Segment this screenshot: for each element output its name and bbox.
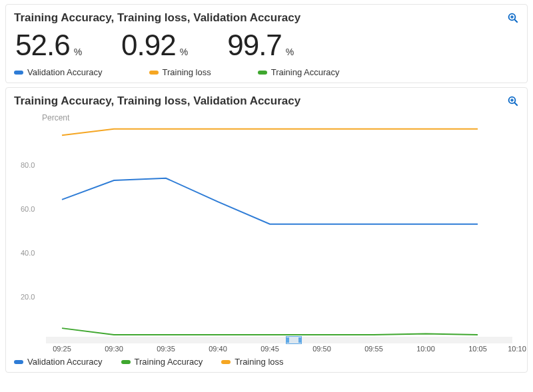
legend-swatch bbox=[14, 360, 23, 364]
stat-unit: % bbox=[180, 47, 187, 57]
legend-swatch bbox=[258, 71, 267, 75]
x-tick-label: 10:10 bbox=[508, 345, 526, 353]
stat-unit: % bbox=[74, 47, 81, 57]
legend-item-training-accuracy[interactable]: Training Accuracy bbox=[258, 67, 340, 77]
x-tick-label: 09:25 bbox=[53, 345, 71, 353]
chart-area[interactable]: Percent 80.0 60.0 40.0 20.0 09:25 09:30 … bbox=[14, 112, 519, 351]
legend-swatch bbox=[149, 71, 159, 75]
x-tick-label: 09:45 bbox=[261, 345, 279, 353]
summary-header: Training Accuracy, Training loss, Valida… bbox=[14, 11, 519, 25]
summary-title: Training Accuracy, Training loss, Valida… bbox=[14, 11, 300, 25]
summary-panel: Training Accuracy, Training loss, Valida… bbox=[5, 4, 528, 83]
x-tick-label: 10:00 bbox=[416, 345, 435, 353]
stat-value-number: 0.92 bbox=[121, 29, 176, 62]
y-tick-label: 60.0 bbox=[21, 205, 35, 213]
x-tick-label: 09:55 bbox=[364, 345, 383, 353]
legend-item-validation-accuracy[interactable]: Validation Accuracy bbox=[14, 67, 103, 77]
series-line bbox=[62, 129, 478, 136]
series-line bbox=[62, 328, 478, 335]
stat-validation-accuracy: 52.6 % bbox=[15, 29, 81, 62]
legend-label: Validation Accuracy bbox=[27, 67, 103, 77]
chart-panel: Training Accuracy, Training loss, Valida… bbox=[5, 87, 528, 373]
chart-legend: Validation Accuracy Training Accuracy Tr… bbox=[14, 357, 519, 367]
legend-label: Training Accuracy bbox=[135, 357, 203, 367]
stat-training-accuracy: 99.7 % bbox=[227, 29, 293, 62]
svg-line-5 bbox=[514, 102, 518, 106]
x-tick-label: 09:30 bbox=[105, 345, 123, 353]
stat-training-loss: 0.92 % bbox=[121, 29, 187, 62]
x-tick-label: 09:35 bbox=[157, 345, 175, 353]
legend-swatch bbox=[121, 360, 131, 364]
y-axis-title: Percent bbox=[42, 113, 69, 122]
x-tick-label: 09:40 bbox=[209, 345, 227, 353]
legend-swatch bbox=[14, 71, 23, 75]
zoom-icon[interactable] bbox=[507, 95, 519, 107]
stat-value-number: 52.6 bbox=[15, 29, 70, 62]
legend-swatch bbox=[221, 360, 231, 364]
chart-lines bbox=[46, 122, 512, 342]
legend-item-training-accuracy[interactable]: Training Accuracy bbox=[121, 357, 203, 367]
y-tick-label: 40.0 bbox=[21, 249, 35, 257]
legend-label: Validation Accuracy bbox=[27, 357, 103, 367]
chart-title: Training Accuracy, Training loss, Valida… bbox=[14, 95, 300, 108]
chart-header: Training Accuracy, Training loss, Valida… bbox=[14, 95, 519, 108]
series-line bbox=[62, 178, 478, 224]
zoom-icon[interactable] bbox=[507, 12, 519, 24]
x-tick-label: 10:05 bbox=[468, 345, 487, 353]
legend-label: Training Accuracy bbox=[271, 67, 340, 77]
stat-value-number: 99.7 bbox=[227, 29, 282, 62]
legend-item-validation-accuracy[interactable]: Validation Accuracy bbox=[14, 357, 103, 367]
legend-label: Training loss bbox=[235, 357, 283, 367]
y-tick-label: 80.0 bbox=[21, 161, 35, 169]
x-tick-label: 09:50 bbox=[312, 345, 331, 353]
svg-line-1 bbox=[514, 19, 518, 23]
legend-item-training-loss[interactable]: Training loss bbox=[221, 357, 283, 367]
stat-unit: % bbox=[286, 47, 293, 57]
y-tick-label: 20.0 bbox=[21, 293, 35, 301]
stats-row: 52.6 % 0.92 % 99.7 % bbox=[14, 29, 519, 62]
summary-legend: Validation Accuracy Training loss Traini… bbox=[14, 67, 519, 77]
legend-label: Training loss bbox=[163, 67, 211, 77]
legend-item-training-loss[interactable]: Training loss bbox=[149, 67, 211, 77]
